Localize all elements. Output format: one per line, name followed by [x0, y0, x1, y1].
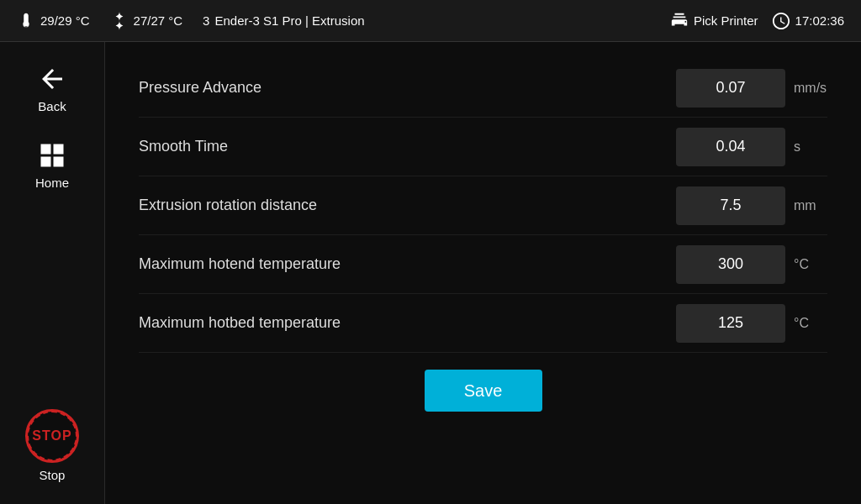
home-label: Home	[35, 176, 69, 190]
pick-printer-icon	[670, 12, 689, 30]
printer-number: 3	[203, 13, 209, 28]
smooth-time-unit: s	[794, 139, 827, 155]
back-arrow-icon	[37, 64, 67, 94]
clock-icon	[772, 12, 790, 30]
topbar: 29/29 °C 27/27 °C 3 Ender-3 S1 Pro | Ext…	[0, 0, 861, 42]
extrusion-rotation-label: Extrusion rotation distance	[139, 197, 676, 214]
max-hotbed-temp-input[interactable]	[676, 304, 785, 343]
extrusion-rotation-row: Extrusion rotation distance mm	[139, 176, 827, 235]
content-area: Pressure Advance mm/s Smooth Time s Extr…	[105, 42, 861, 504]
printer-name: Ender-3 S1 Pro | Extrusion	[214, 13, 364, 28]
fan-temp-value: 27/27 °C	[134, 13, 183, 28]
smooth-time-control: s	[676, 128, 827, 166]
back-label: Back	[38, 99, 66, 113]
smooth-time-label: Smooth Time	[139, 138, 676, 155]
max-hotbed-temp-unit: °C	[794, 316, 827, 331]
stop-label: Stop	[40, 468, 66, 482]
clock-display: 17:02:36	[772, 12, 844, 30]
pressure-advance-label: Pressure Advance	[139, 79, 676, 97]
max-hotend-temp-unit: °C	[794, 257, 827, 272]
extrusion-rotation-input[interactable]	[676, 186, 785, 225]
back-button[interactable]: Back	[0, 50, 104, 127]
temperature-hotend-icon	[17, 12, 35, 30]
smooth-time-input[interactable]	[676, 128, 785, 166]
main-layout: Back Home STOP Stop Pressure Advance mm/…	[0, 42, 861, 504]
max-hotend-temp-row: Maximum hotend temperature °C	[139, 235, 827, 294]
max-hotbed-temp-control: °C	[676, 304, 827, 343]
stop-inner-label: STOP	[32, 428, 71, 444]
pick-printer-label: Pick Printer	[694, 13, 758, 28]
max-hotbed-temp-row: Maximum hotbed temperature °C	[139, 294, 827, 353]
max-hotbed-temp-label: Maximum hotbed temperature	[139, 314, 676, 332]
extrusion-rotation-unit: mm	[794, 198, 827, 213]
stop-button[interactable]: STOP Stop	[0, 401, 104, 496]
save-row: Save	[139, 370, 827, 412]
topbar-right: Pick Printer 17:02:36	[670, 12, 844, 30]
hotend-temp: 29/29 °C	[17, 12, 90, 30]
fan-icon	[110, 12, 129, 30]
sidebar: Back Home STOP Stop	[0, 42, 105, 504]
stop-circle: STOP	[25, 409, 79, 463]
max-hotend-temp-label: Maximum hotend temperature	[139, 255, 676, 273]
time-value: 17:02:36	[795, 13, 844, 28]
max-hotend-temp-control: °C	[676, 245, 827, 284]
fan-temp: 27/27 °C	[110, 12, 183, 30]
hotend-temp-value: 29/29 °C	[40, 13, 90, 28]
home-button[interactable]: Home	[0, 127, 104, 203]
pressure-advance-input[interactable]	[676, 69, 785, 108]
pick-printer-button[interactable]: Pick Printer	[670, 12, 758, 30]
printer-info: 3 Ender-3 S1 Pro | Extrusion	[203, 13, 365, 28]
pressure-advance-row: Pressure Advance mm/s	[139, 59, 827, 118]
home-grid-icon	[37, 140, 67, 171]
save-button[interactable]: Save	[425, 370, 542, 412]
pressure-advance-control: mm/s	[676, 69, 827, 108]
extrusion-rotation-control: mm	[676, 186, 827, 225]
smooth-time-row: Smooth Time s	[139, 118, 827, 176]
max-hotend-temp-input[interactable]	[676, 245, 785, 284]
pressure-advance-unit: mm/s	[794, 81, 827, 96]
